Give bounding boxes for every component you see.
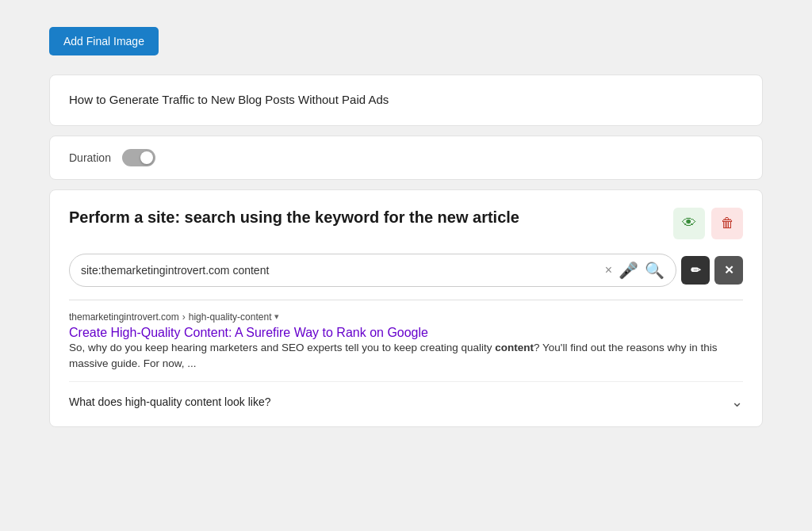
page-container: Add Final Image How to Generate Traffic … (49, 24, 763, 427)
edit-button[interactable]: ✏ (681, 256, 710, 285)
result-title-link[interactable]: Create High-Quality Content: A Surefire … (69, 326, 428, 339)
step-header: Perform a site: search using the keyword… (69, 206, 743, 239)
faq-row[interactable]: What does high-quality content look like… (69, 381, 743, 411)
result-snippet: So, why do you keep hearing marketers an… (69, 340, 743, 372)
toggle-track (122, 149, 155, 166)
step-title: Perform a site: search using the keyword… (69, 206, 519, 228)
trash-button[interactable]: 🗑 (711, 208, 743, 239)
search-input[interactable] (81, 264, 599, 277)
title-card: How to Generate Traffic to New Blog Post… (49, 74, 763, 126)
divider (69, 300, 743, 300)
close-button[interactable]: ✕ (714, 256, 743, 285)
article-title: How to Generate Traffic to New Blog Post… (69, 93, 389, 106)
toolbar: Add Final Image (49, 24, 763, 65)
result-path: high-quality-content (189, 311, 272, 323)
step-card: Perform a site: search using the keyword… (49, 189, 763, 428)
search-icon[interactable]: 🔍 (645, 261, 665, 280)
eye-button[interactable]: 👁 (673, 208, 705, 239)
breadcrumb-arrow: › (182, 311, 186, 323)
duration-toggle[interactable] (122, 149, 155, 166)
mic-icon[interactable]: 🎤 (619, 261, 638, 280)
duration-card: Duration (49, 136, 763, 180)
search-clear-icon[interactable]: × (605, 263, 612, 277)
snippet-bold: content (495, 342, 534, 353)
edit-icon: ✏ (691, 263, 701, 277)
snippet-text-start: So, why do you keep hearing marketers an… (69, 342, 495, 353)
search-row: × 🎤 🔍 ✏ ✕ (69, 254, 743, 287)
result-source: themarketingintrovert.com › high-quality… (69, 311, 743, 323)
eye-icon: 👁 (682, 215, 696, 231)
chevron-down-icon: ⌄ (731, 393, 743, 411)
search-input-wrap: × 🎤 🔍 (69, 254, 676, 287)
duration-label: Duration (69, 151, 111, 164)
result-domain: themarketingintrovert.com (69, 311, 179, 323)
step-actions: 👁 🗑 (673, 208, 743, 239)
close-icon: ✕ (724, 263, 734, 277)
trash-icon: 🗑 (721, 216, 734, 231)
add-final-image-button[interactable]: Add Final Image (49, 27, 159, 55)
dropdown-arrow-icon: ▾ (274, 311, 279, 322)
toggle-thumb (140, 151, 153, 164)
faq-question: What does high-quality content look like… (69, 395, 270, 408)
